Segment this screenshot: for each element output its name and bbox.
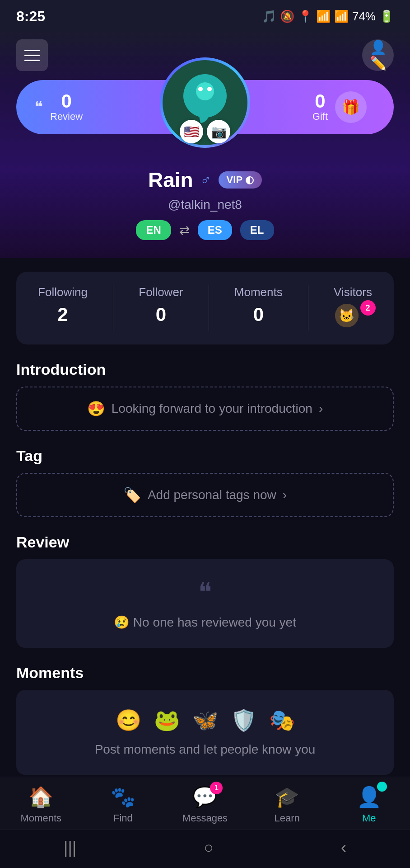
bluetooth-icon: 🎵	[262, 9, 276, 24]
stat-divider-2	[209, 285, 209, 331]
silent-icon: 🔕	[280, 9, 294, 24]
moments-icon-4: 🛡️	[231, 708, 256, 732]
nav-messages[interactable]: 💬 1 Messages	[164, 785, 246, 824]
quote-icon: ❝	[34, 98, 43, 117]
following-value: 2	[57, 304, 68, 326]
moments-icon-5: 🎭	[269, 708, 295, 732]
lang-en[interactable]: EN	[136, 220, 171, 240]
nav-moments-icon: 🏠	[28, 785, 53, 809]
messages-badge: 1	[210, 782, 223, 794]
visitors-badge: 2	[360, 300, 376, 316]
edit-profile-icon: 👤✏️	[362, 39, 394, 71]
battery-percent: 74%	[352, 9, 376, 24]
nav-me[interactable]: 👤 Me	[328, 785, 410, 824]
profile-section: ❝ 0 Review 0 Gift 🎁	[0, 80, 410, 258]
nav-moments[interactable]: 🏠 Moments	[0, 785, 82, 824]
username: Rain	[148, 168, 193, 192]
introduction-title: Introduction	[16, 361, 394, 378]
gift-icon: 🎁	[335, 91, 367, 123]
follower-stat[interactable]: Follower 0	[139, 285, 183, 331]
back-button[interactable]: ‹	[341, 838, 346, 857]
signal-icon: 📶	[334, 9, 349, 24]
review-empty-text: 😢 No one has reviewed you yet	[114, 615, 296, 630]
introduction-chevron: ›	[319, 401, 323, 416]
wifi-icon: 📶	[316, 9, 331, 24]
menu-button[interactable]	[16, 39, 48, 71]
camera-badge[interactable]: 📷	[207, 120, 230, 143]
follower-label: Follower	[139, 285, 183, 299]
hamburger-icon	[24, 50, 40, 61]
tag-text: Add personal tags now	[148, 488, 276, 502]
gift-count: 0	[315, 92, 325, 111]
system-nav: ||| ○ ‹	[0, 830, 410, 868]
home-button[interactable]: ○	[204, 838, 214, 857]
nav-messages-label: Messages	[182, 812, 228, 824]
moments-section: Moments 😊 🐸 🦋 🛡️ 🎭 Post moments and let …	[16, 664, 394, 775]
nav-items: 🏠 Moments 🐾 Find 💬 1 Messages 🎓 Learn 👤 …	[0, 777, 410, 830]
recents-button[interactable]: |||	[64, 838, 76, 857]
status-bar: 8:25 🎵 🔕 📍 📶 📶 74% 🔋	[0, 0, 410, 30]
following-label: Following	[38, 285, 88, 299]
nav-me-icon: 👤	[357, 785, 382, 809]
nav-find[interactable]: 🐾 Find	[82, 785, 164, 824]
moments-icon-1: 😊	[116, 708, 141, 732]
review-quote-icon: ❝	[198, 577, 212, 607]
avatar-badges: 🇺🇸 📷	[180, 120, 230, 143]
nav-find-label: Find	[113, 812, 133, 824]
gift-stat: 0 Gift	[312, 92, 328, 123]
svg-point-2	[196, 82, 214, 100]
visitors-stat[interactable]: Visitors 🐱 🐱 2	[334, 285, 372, 331]
tag-section: Tag 🏷️ Add personal tags now ›	[16, 447, 394, 517]
nav-learn[interactable]: 🎓 Learn	[246, 785, 328, 824]
username-row: Rain ♂ VIP ◐	[148, 168, 262, 192]
language-row: EN ⇄ ES EL	[136, 220, 274, 240]
nav-learn-label: Learn	[274, 812, 299, 824]
me-badge	[377, 782, 387, 792]
user-handle: @talkin_net8	[168, 198, 242, 212]
moments-icon-2: 🐸	[154, 708, 180, 732]
following-stat[interactable]: Following 2	[38, 285, 88, 331]
tag-box[interactable]: 🏷️ Add personal tags now ›	[16, 473, 394, 517]
svg-point-4	[207, 87, 212, 91]
review-title: Review	[16, 533, 394, 551]
lang-el[interactable]: EL	[240, 220, 274, 240]
svg-point-3	[198, 87, 203, 91]
stats-avatar-row: ❝ 0 Review 0 Gift 🎁	[16, 80, 394, 134]
status-icons: 🎵 🔕 📍 📶 📶 74% 🔋	[262, 9, 394, 24]
introduction-box[interactable]: 😍 Looking forward to your introduction ›	[16, 387, 394, 431]
bottom-nav: 🏠 Moments 🐾 Find 💬 1 Messages 🎓 Learn 👤 …	[0, 777, 410, 868]
moments-icon-3: 🦋	[192, 708, 218, 732]
vip-icon: ◐	[245, 174, 254, 186]
moments-empty-text: Post moments and let people know you	[95, 742, 316, 757]
introduction-section: Introduction 😍 Looking forward to your i…	[16, 361, 394, 431]
transfer-icon: ⇄	[179, 223, 190, 238]
review-stat: 0 Review	[50, 92, 83, 123]
introduction-text: Looking forward to your introduction	[112, 401, 312, 416]
review-count: 0	[61, 92, 71, 111]
vip-label: VIP	[227, 174, 242, 186]
stat-divider-3	[308, 285, 308, 331]
nav-find-icon: 🐾	[111, 785, 135, 809]
battery-icon: 🔋	[379, 9, 394, 24]
user-info: Rain ♂ VIP ◐ @talkin_net8 EN ⇄ ES EL	[136, 168, 274, 240]
lang-es[interactable]: ES	[198, 220, 232, 240]
gender-icon: ♂	[200, 172, 211, 189]
follower-value: 0	[156, 304, 166, 326]
nav-learn-icon: 🎓	[275, 785, 299, 809]
introduction-emoji: 😍	[87, 400, 105, 417]
review-box: ❝ 😢 No one has reviewed you yet	[16, 559, 394, 648]
avatar-container: 🇺🇸 📷	[160, 57, 250, 148]
location-icon: 📍	[298, 9, 312, 24]
moments-stat-label: Moments	[234, 285, 283, 299]
review-section: Review ❝ 😢 No one has reviewed you yet	[16, 533, 394, 648]
vip-badge: VIP ◐	[219, 171, 262, 189]
edit-profile-button[interactable]: 👤✏️	[362, 39, 394, 71]
moments-title: Moments	[16, 664, 394, 682]
tag-chevron: ›	[283, 488, 287, 502]
tag-emoji: 🏷️	[123, 486, 141, 504]
stats-widget: Following 2 Follower 0 Moments 0 Visitor…	[16, 272, 394, 344]
review-label: Review	[50, 111, 83, 123]
flag-badge: 🇺🇸	[180, 120, 203, 143]
stat-divider-1	[113, 285, 113, 331]
moments-stat[interactable]: Moments 0	[234, 285, 283, 331]
